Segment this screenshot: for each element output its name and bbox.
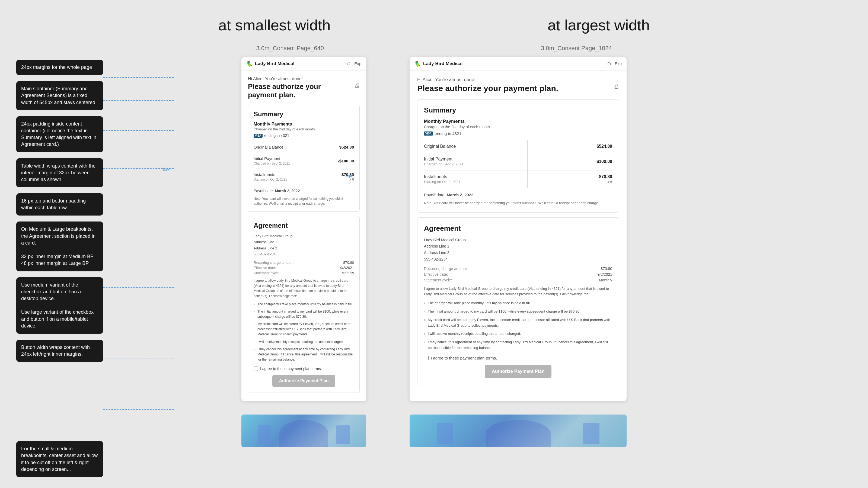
annotation-5: 16 px top and bottom padding within each… xyxy=(16,193,103,216)
card-ending-left: ending in 4321 xyxy=(264,133,289,138)
payoff-date-right: March 2, 2022 xyxy=(447,193,473,197)
charge-label-right: Recurring charge amount: xyxy=(424,266,468,271)
agreement-body-left: I agree to allow Lady Bird Medical Group… xyxy=(254,278,354,299)
installments-amount-right: -$70.80 x 6 xyxy=(528,170,612,188)
brand-logo-left: 🦜 Lady Bird Medical xyxy=(246,61,294,67)
initial-payment-amount-right: -$100.00 xyxy=(528,153,612,170)
installments-label-left: Installments Starting on Oct 2, 2021 xyxy=(254,169,309,185)
illustration-right xyxy=(410,415,627,447)
charge-label-left: Recurring charge amount: xyxy=(254,261,294,265)
list-item: ›I may cancel this agreement at any time… xyxy=(424,339,612,351)
charge-value-right: $70.80 xyxy=(600,266,612,271)
payoff-label-right: Payoff date: xyxy=(424,193,446,197)
initial-payment-label-left: Initial Payment Charged on Sept 2, 2021 xyxy=(254,153,309,169)
agreement-addr2-left: Address Line 1 xyxy=(254,239,354,245)
annotation-3: 24px padding inside content container (i… xyxy=(16,116,103,152)
agreement-addr1-right: Lady Bird Medical Group xyxy=(424,237,612,243)
agreement-title-left: Agreement xyxy=(254,222,354,229)
agree-label-left: I agree to these payment plan terms. xyxy=(260,366,322,371)
effective-label-left: Effective date: xyxy=(254,266,276,270)
agreement-card-left: Agreement Lady Bird Medical Group Addres… xyxy=(248,216,360,393)
effective-label-right: Effective date: xyxy=(424,272,448,276)
agreement-addr1-left: Lady Bird Medical Group xyxy=(254,233,354,239)
installments-label-right: Installments Starting on Oct 2, 2021 xyxy=(424,170,528,188)
agreement-list-left: ›The charges will take place monthly unt… xyxy=(254,302,354,362)
summary-card-left: Summary Monthly Payments Charged on the … xyxy=(248,105,360,212)
monthly-payments-sub-left: Charged on the 2nd day of each month xyxy=(254,127,354,131)
annotation-4: Table width wraps content with the inter… xyxy=(16,158,103,188)
summary-card-right: Summary Monthly Payments Charged on the … xyxy=(417,99,619,213)
visa-badge-right: VISA xyxy=(424,131,433,135)
authorize-heading-left: Please authorize your payment plan. xyxy=(248,83,351,99)
annotation-7: Use medium variant of the checkbox and b… xyxy=(16,278,103,334)
annotation-1: 24px margins for the whole page xyxy=(16,60,103,75)
large-width-frame: 🦜 Lady Bird Medical ⬡ Exp Hi Alice. You'… xyxy=(410,57,627,401)
annotation-2: Main Container (Summary and Agreement Se… xyxy=(16,81,103,110)
initial-payment-amount-left: -$100.00 xyxy=(309,153,354,169)
payoff-date-left: March 2, 2022 xyxy=(275,189,300,193)
annotation-8: Button width wraps content with 24px lef… xyxy=(16,340,103,362)
agree-label-right: I agree to these payment plan terms. xyxy=(431,356,497,360)
list-item: ›The initial amount charged to my card w… xyxy=(254,309,354,319)
monthly-payments-label-right: Monthly Payments xyxy=(424,119,612,124)
initial-payment-label-right: Initial Payment Charged on Sept 2, 2021 xyxy=(424,153,528,170)
original-balance-amount-right: $524.80 xyxy=(528,140,612,153)
cycle-label-left: Statement cycle: xyxy=(254,271,280,275)
agreement-addr4-right: 555-432-1234 xyxy=(424,256,612,263)
note-right: Note: Your card will never be charged fo… xyxy=(424,200,612,206)
effective-value-right: 9/2/2021 xyxy=(597,272,613,276)
agree-checkbox-left[interactable] xyxy=(254,366,258,371)
summary-title-right: Summary xyxy=(424,106,612,115)
note-left: Note: Your card will never be charged fo… xyxy=(254,196,354,206)
print-icon-left[interactable]: 🖨 xyxy=(354,83,360,89)
payoff-label-left: Payoff date: xyxy=(254,189,274,193)
agreement-card-right: Agreement Lady Bird Medical Group Addres… xyxy=(417,218,619,385)
original-balance-amount-left: $524.80 xyxy=(309,141,354,153)
original-balance-label-right: Original Balance xyxy=(424,140,528,153)
authorize-heading-right: Please authorize your payment plan. xyxy=(417,84,611,93)
summary-title-left: Summary xyxy=(254,110,354,118)
agreement-addr3-right: Address Line 2 xyxy=(424,250,612,256)
authorize-button-left[interactable]: Authorize Payment Plan xyxy=(272,375,335,387)
topbar-actions-left: ⬡ Exp xyxy=(347,61,361,66)
authorize-button-right[interactable]: Authorize Payment Plan xyxy=(485,365,552,378)
left-column-label: 3.0m_Consent Page_640 xyxy=(256,45,324,52)
charge-value-left: $70.80 xyxy=(343,261,354,265)
left-page-title: at smallest width xyxy=(218,16,331,34)
agreement-addr3-left: Address Line 2 xyxy=(254,246,354,251)
annotations-panel: 24px margins for the whole page Main Con… xyxy=(16,60,103,362)
list-item: ›I will receive monthly receipts detaili… xyxy=(254,339,354,345)
list-item: ›The initial amount charged to my card w… xyxy=(424,309,612,315)
agreement-title-right: Agreement xyxy=(424,224,612,233)
topbar-actions-right: ⬡ Exp xyxy=(607,61,622,66)
list-item: ›I may cancel this agreement at any time… xyxy=(254,347,354,362)
agreement-body-right: I agree to allow Lady Bird Medical Group… xyxy=(424,286,612,297)
original-balance-label-left: Original Balance xyxy=(254,141,309,153)
brand-logo-right: 🦜 Lady Bird Medical xyxy=(414,61,463,67)
cycle-value-right: Monthly xyxy=(599,278,612,282)
list-item: ›I will receive monthly receipts detaili… xyxy=(424,331,612,337)
almost-done-right: Hi Alice. You're almost done! xyxy=(417,77,619,83)
list-item: ›The charges will take place monthly unt… xyxy=(254,302,354,307)
list-item: ›The charges will take place monthly unt… xyxy=(424,300,612,306)
right-page-title: at largest width xyxy=(548,16,650,34)
effective-value-left: 9/2/2021 xyxy=(340,266,354,270)
list-item: ›My credit card will be stored by Eleven… xyxy=(424,317,612,329)
agreement-addr2-right: Address Line 1 xyxy=(424,243,612,250)
annotation-6: On Medium & Large breakpoints, the Agree… xyxy=(16,222,103,271)
cycle-value-left: Monthly xyxy=(341,271,354,275)
small-width-frame: 🦜 Lady Bird Medical ⬡ Exp Hi Alice. You'… xyxy=(241,57,366,401)
right-column-label: 3.0m_Consent Page_1024 xyxy=(541,45,612,52)
agreement-list-right: ›The charges will take place monthly unt… xyxy=(424,300,612,351)
card-ending-right: ending in 4321 xyxy=(435,131,461,136)
cycle-label-right: Statement cycle: xyxy=(424,278,452,282)
agree-checkbox-right[interactable] xyxy=(424,356,429,360)
visa-badge-left: VISA xyxy=(254,134,262,138)
monthly-payments-sub-right: Charged on the 2nd day of each month xyxy=(424,125,612,129)
agreement-addr4-left: 555-432-1234 xyxy=(254,251,354,257)
print-icon-right[interactable]: 🖨 xyxy=(614,84,619,90)
monthly-payments-label-left: Monthly Payments xyxy=(254,122,354,127)
list-item: ›My credit card will be stored by Eleven… xyxy=(254,322,354,337)
almost-done-left: Hi Alice. You're almost done! xyxy=(248,76,360,82)
illustration-left xyxy=(241,415,366,447)
